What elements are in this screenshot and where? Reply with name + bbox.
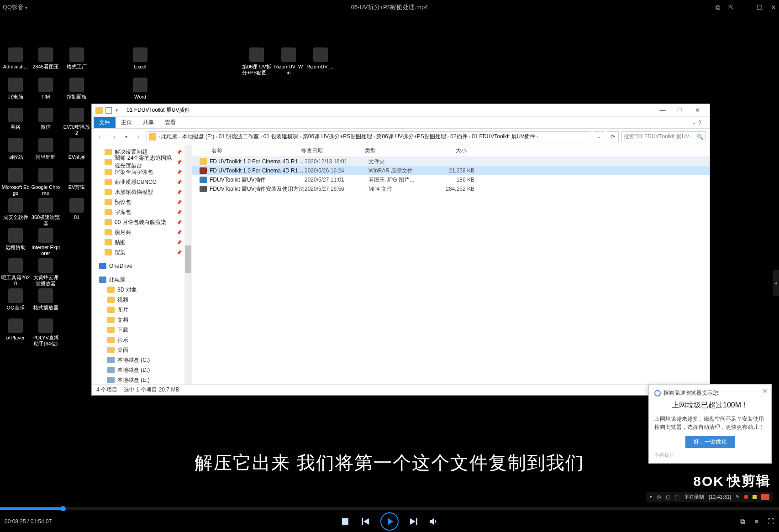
desktop-icon[interactable]: 01 <box>62 198 91 220</box>
desktop-icon[interactable]: 网络 <box>1 108 30 130</box>
minimize-icon[interactable]: — <box>742 4 748 11</box>
tree-item[interactable]: 视频 <box>92 295 192 305</box>
desktop-icon[interactable]: 此电脑 <box>1 78 30 100</box>
desktop-icon[interactable]: otPlayer <box>1 318 30 341</box>
breadcrumb-seg[interactable]: 本地磁盘 (E:) <box>182 133 215 141</box>
next-button[interactable] <box>409 516 419 527</box>
breadcrumb-seg[interactable]: 第06课 UV拆分+PS贴图处理 <box>376 133 446 141</box>
playlist-button[interactable]: ≡ <box>754 517 758 526</box>
tree-item[interactable]: 本地磁盘 (C:) <box>92 355 192 365</box>
ribbon-tab-home[interactable]: 主页 <box>116 117 137 128</box>
file-row[interactable]: FDUVToolkit 展UV插件安装及使用方法2020/5/27 16:56M… <box>192 184 710 193</box>
recorder-edit-icon[interactable]: ✎ <box>736 494 740 500</box>
desktop-icon[interactable]: EV加密播放2 <box>62 108 91 136</box>
recorder-menu-icon[interactable]: ▾ <box>650 495 652 499</box>
play-button[interactable] <box>380 512 399 531</box>
progress-bar[interactable] <box>0 507 779 510</box>
popup-optimize-button[interactable]: 好，一键优化 <box>685 436 735 448</box>
fullscreen-button[interactable]: ⛶ <box>768 517 774 526</box>
col-type[interactable]: 类型 <box>361 147 421 155</box>
recorder-frame-icon[interactable]: ⬚ <box>675 494 679 500</box>
address-dropdown-icon[interactable]: ⌄ <box>594 131 604 142</box>
desktop-icon[interactable]: EV剪辑 <box>62 168 91 190</box>
nav-up-button[interactable]: ↑ <box>134 132 144 142</box>
ribbon-tab-file[interactable]: 文件 <box>94 117 116 128</box>
tree-item[interactable]: 渲染📌 <box>92 247 192 257</box>
nav-forward-button[interactable]: → <box>108 132 118 142</box>
scrollbar-thumb[interactable] <box>185 245 191 273</box>
desktop-icon[interactable]: Google Chrome <box>31 168 60 196</box>
desktop-icon[interactable]: 大黄蜂云课堂播放器 <box>31 258 60 287</box>
ribbon-tab-view[interactable]: 查看 <box>159 117 181 128</box>
tree-item[interactable]: 3D 对象 <box>92 285 192 295</box>
tree-item[interactable]: 渲染全店字体包📌 <box>92 167 192 177</box>
refresh-button[interactable]: ⟳ <box>607 131 619 142</box>
breadcrumb-seg[interactable]: 此电脑 <box>161 133 178 141</box>
tree-item[interactable]: 本地磁盘 (E:) <box>92 375 192 384</box>
popup-close-button[interactable]: ✕ <box>762 387 768 395</box>
desktop-icon[interactable]: POLYV直播助手(64位) <box>31 318 60 347</box>
file-row[interactable]: FDUVToolkit 展UV插件2020/5/27 11:01看图王 JPG … <box>192 175 710 184</box>
tree-item[interactable]: 水族馆植物模型📌 <box>92 187 192 197</box>
ribbon-tab-share[interactable]: 共享 <box>137 117 159 128</box>
desktop-icon[interactable]: 吧工具箱2020 <box>1 258 30 287</box>
pip-icon[interactable]: ⧉ <box>716 4 720 11</box>
desktop-icon[interactable]: 格式工厂 <box>62 47 91 70</box>
close-icon[interactable]: ✕ <box>771 4 776 11</box>
desktop-icon[interactable]: 控制面板 <box>62 78 91 100</box>
col-size[interactable]: 大小 <box>421 147 471 155</box>
nav-recent-button[interactable]: ▾ <box>121 132 131 142</box>
tree-item[interactable]: 字库包📌 <box>92 207 192 217</box>
screen-recorder-bar[interactable]: ▾ ◎ ▢ ⬚ 正在录制 [12:41:31] ✎ <box>646 492 773 502</box>
file-row[interactable]: FD UVToolkit 1.0 For Cinema 4D R19...202… <box>192 157 710 166</box>
tree-item[interactable]: 图片 <box>92 305 192 315</box>
desktop-icon[interactable]: EV录屏 <box>62 138 91 160</box>
nav-back-button[interactable]: ← <box>95 132 105 142</box>
desktop-icon[interactable]: Word <box>126 78 155 100</box>
desktop-icon[interactable]: 远程协助 <box>1 228 30 250</box>
file-row[interactable]: FD UVToolkit 1.0 For Cinema 4D R19...202… <box>192 166 710 175</box>
recorder-crop-icon[interactable]: ▢ <box>666 494 670 500</box>
desktop-icon[interactable]: QQ音乐 <box>1 288 30 311</box>
tree-item[interactable]: 商业质感CUNCG📌 <box>92 177 192 187</box>
tree-thispc[interactable]: 此电脑 <box>92 275 192 285</box>
tree-item[interactable]: 下载 <box>92 325 192 335</box>
desktop-icon[interactable]: 成安全软件 <box>1 198 30 220</box>
desktop-icon[interactable]: Internet Explorer <box>31 228 60 256</box>
explorer-search-input[interactable]: 搜索"01 FDUVToolkit 展UV... 🔍 <box>621 131 706 142</box>
breadcrumb-seg[interactable]: 01 包装建模课 <box>263 133 299 141</box>
breadcrumb-seg[interactable]: 02插件 <box>450 133 467 141</box>
breadcrumb-seg[interactable]: 01 FDUVToolkit 展UV插件 <box>472 133 535 141</box>
tree-item[interactable]: 预设包📌 <box>92 197 192 207</box>
recorder-eye-icon[interactable]: ◎ <box>657 494 661 500</box>
tree-item[interactable]: 閱师-24个案的态范围境视光渲染台📌 <box>92 157 192 167</box>
stop-button[interactable] <box>340 516 350 527</box>
desktop-icon[interactable]: 阿里旺旺 <box>31 138 60 160</box>
tree-scrollbar[interactable] <box>184 145 192 384</box>
recorder-record-icon[interactable] <box>744 495 748 499</box>
volume-button[interactable] <box>429 516 439 527</box>
desktop-icon[interactable]: 格式播放器 <box>31 288 60 311</box>
help-icon[interactable]: ? <box>698 120 701 126</box>
desktop-icon[interactable]: 第06课 UV拆分+PS贴图... <box>242 47 271 76</box>
recorder-camera-icon[interactable] <box>761 494 769 500</box>
tree-item[interactable]: 桌面 <box>92 345 192 355</box>
snapshot-button[interactable]: ⧉ <box>740 517 745 526</box>
app-name[interactable]: QQ影音 ▾ <box>3 3 27 11</box>
desktop-icon[interactable]: Microsoft Edge <box>1 168 30 196</box>
explorer-minimize-button[interactable]: — <box>654 107 671 114</box>
tree-item[interactable]: 文档 <box>92 315 192 325</box>
tree-item[interactable]: 贴图📌 <box>92 237 192 247</box>
popup-noshow-link[interactable]: 不再提示 <box>654 452 766 459</box>
tree-item[interactable]: 本地磁盘 (D:) <box>92 365 192 375</box>
recorder-stop-icon[interactable] <box>753 495 757 499</box>
desktop-icon[interactable]: RizomUV_... <box>306 47 335 70</box>
explorer-tree[interactable]: 解决设置问题📌閱师-24个案的态范围境视光渲染台📌渲染全店字体包📌商业质感CUN… <box>92 145 192 384</box>
desktop-icon[interactable]: RizomUV_Win <box>274 47 303 76</box>
col-date[interactable]: 修改日期 <box>297 147 361 155</box>
breadcrumb-seg[interactable]: 第06课 UV拆分+PS贴图处理 <box>303 133 372 141</box>
explorer-maximize-button[interactable]: ☐ <box>671 107 689 114</box>
desktop-icon[interactable]: 360极速浏览器 <box>31 198 60 226</box>
chevron-down-icon[interactable]: ▾ <box>116 108 118 113</box>
explorer-titlebar[interactable]: ▾ | 01 FDUVToolkit 展UV插件 — ☐ ✕ <box>92 104 710 117</box>
